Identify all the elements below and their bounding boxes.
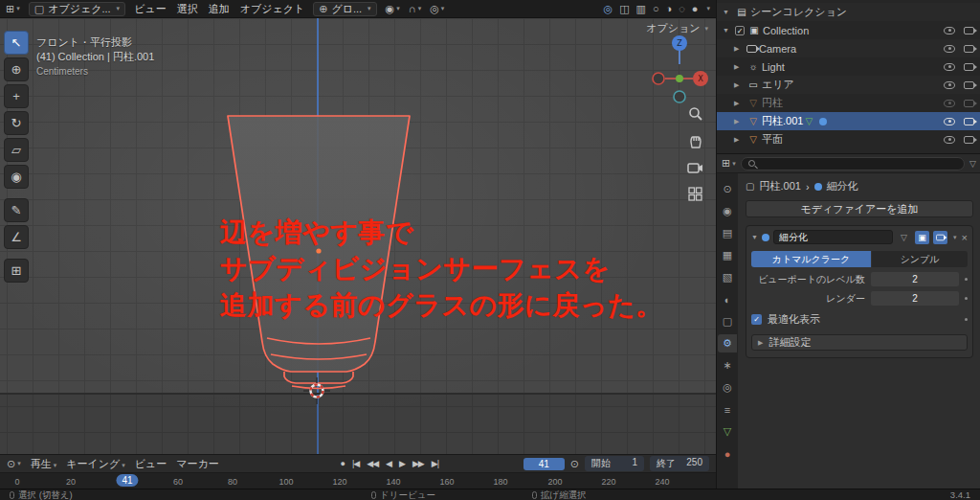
tab-tool[interactable]: ⊙ — [718, 180, 737, 198]
disable-render-icon[interactable] — [964, 63, 974, 71]
advanced-subpanel-header[interactable]: ▶ 詳細設定 — [751, 334, 968, 351]
snap-magnet-icon[interactable]: ∩▾ — [409, 3, 421, 14]
current-frame-field[interactable]: 41 — [523, 458, 565, 470]
hide-eye-icon[interactable] — [944, 118, 955, 125]
filter-funnel-icon[interactable]: ▽ — [969, 159, 976, 169]
edit-mode-display-toggle[interactable]: ▽ — [897, 231, 911, 244]
xray-toggle-icon[interactable]: ▥ — [636, 3, 646, 15]
proportional-editing-icon[interactable]: ◎▾ — [430, 3, 444, 15]
render-display-toggle[interactable] — [933, 231, 947, 244]
tab-physics[interactable]: ◎ — [718, 378, 737, 397]
tab-material[interactable]: ● — [718, 444, 737, 463]
hide-eye-icon[interactable] — [944, 100, 955, 107]
outliner-row-plane[interactable]: ▶ ▽ 平面 — [717, 130, 980, 148]
add-cube-tool-button[interactable]: ⊞ — [4, 259, 29, 283]
hide-eye-icon[interactable] — [944, 27, 955, 34]
outliner-row-collection[interactable]: ▼ ✓ ▣ Collection — [717, 21, 980, 39]
disable-render-icon[interactable] — [964, 81, 974, 89]
properties-editor-icon[interactable]: ⊞▾ — [722, 157, 736, 170]
auto-key-button[interactable]: ● — [341, 459, 345, 468]
hide-eye-icon[interactable] — [944, 136, 955, 144]
disclosure-icon[interactable]: ▼ — [723, 9, 735, 15]
frame-end-field[interactable]: 終了250 — [650, 456, 709, 471]
shading-solid-icon[interactable]: ◑ — [666, 3, 673, 14]
hide-eye-icon[interactable] — [944, 63, 955, 71]
catmull-clark-button[interactable]: カトマルクラーク — [751, 251, 871, 267]
animate-dot[interactable] — [965, 278, 968, 281]
realtime-display-toggle[interactable]: ▣ — [915, 231, 929, 244]
show-overlays-icon[interactable]: ◫ — [619, 3, 629, 15]
outliner-row-light[interactable]: ▶ ☼ Light — [717, 57, 980, 76]
properties-search[interactable] — [741, 157, 965, 170]
pivot-point-dropdown[interactable]: ◉▾ — [386, 3, 400, 15]
cursor-tool-button[interactable]: ⊕ — [4, 57, 29, 81]
shading-material-icon[interactable]: ◌ — [679, 3, 685, 14]
disclosure-icon[interactable]: ▶ — [734, 45, 746, 53]
disclosure-icon[interactable]: ▶ — [734, 136, 746, 144]
keying-menu[interactable]: キーイング▾ — [66, 457, 125, 471]
outliner-row-scene-collection[interactable]: ▼ ▤ シーンコレクション — [717, 3, 980, 21]
prev-keyframe-button[interactable]: ◀◀ — [367, 459, 378, 468]
timeline-editor-icon[interactable]: ⊙▾ — [7, 458, 21, 470]
breadcrumb-object[interactable]: 円柱.001 — [759, 179, 800, 193]
disable-render-icon[interactable] — [964, 27, 974, 34]
tab-object[interactable]: ▢ — [718, 312, 737, 330]
navigation-gizmo[interactable]: Z X — [649, 34, 710, 104]
scale-tool-button[interactable]: ▱ — [4, 138, 29, 162]
tab-output[interactable]: ▤ — [718, 224, 737, 242]
disable-render-icon[interactable] — [964, 118, 974, 125]
animate-dot[interactable] — [965, 297, 968, 300]
breadcrumb-modifier[interactable]: 細分化 — [827, 179, 858, 193]
disable-render-icon[interactable] — [964, 136, 974, 144]
menu-object[interactable]: オブジェクト — [240, 2, 305, 16]
simple-button[interactable]: シンプル — [872, 251, 968, 267]
disclosure-icon[interactable]: ▶ — [734, 63, 746, 71]
menu-view[interactable]: ビュー — [134, 2, 167, 16]
disable-render-icon[interactable] — [964, 100, 974, 107]
play-button[interactable]: ▶ — [399, 459, 405, 468]
menu-select[interactable]: 選択 — [177, 2, 198, 16]
menu-add[interactable]: 追加 — [209, 2, 230, 16]
playhead-badge[interactable]: 41 — [116, 474, 138, 487]
tab-modifiers[interactable]: ⚙ — [718, 334, 737, 352]
tab-world[interactable]: ◐ — [718, 290, 737, 308]
optimal-display-checkbox[interactable]: ✓ — [751, 314, 762, 325]
select-box-tool-button[interactable]: ↖ — [4, 31, 29, 55]
disclosure-icon[interactable]: ▶ — [734, 118, 746, 125]
disable-render-icon[interactable] — [964, 45, 974, 53]
collection-exclude-checkbox[interactable]: ✓ — [735, 26, 745, 35]
editor-type-icon[interactable]: ⊞▾ — [6, 3, 20, 15]
panel-expand-icon[interactable]: ▼ — [751, 234, 758, 240]
outliner-row-camera[interactable]: ▶ Camera — [717, 39, 980, 57]
tab-scene[interactable]: ▧ — [718, 268, 737, 286]
modifier-extras-icon[interactable]: ▾ — [953, 234, 957, 241]
jump-end-button[interactable]: ▶| — [432, 459, 438, 468]
animate-dot[interactable] — [965, 318, 968, 321]
disclosure-icon[interactable]: ▶ — [734, 81, 746, 89]
modifier-name-input[interactable] — [773, 230, 893, 244]
add-modifier-button[interactable]: モディファイアーを追加 — [746, 200, 973, 217]
tab-object-data[interactable]: ▽ — [718, 422, 737, 441]
tab-view-layer[interactable]: ▦ — [718, 246, 737, 264]
outliner-row-area[interactable]: ▶ ▭ エリア — [717, 76, 980, 94]
outliner-row-cylinder[interactable]: ▶ ▽ 円柱 — [717, 94, 980, 112]
mode-dropdown[interactable]: ▢ オブジェク... ▾ — [29, 2, 125, 16]
timeline-menu-marker[interactable]: マーカー — [176, 457, 219, 471]
play-reverse-button[interactable]: ◀ — [386, 459, 391, 468]
annotate-tool-button[interactable]: ✎ — [4, 198, 29, 222]
camera-view-icon[interactable] — [687, 162, 703, 174]
tab-render[interactable]: ◉ — [718, 202, 737, 220]
tab-particles[interactable]: ∗ — [718, 356, 737, 375]
tab-constraints[interactable]: ≡ — [718, 400, 737, 419]
hide-eye-icon[interactable] — [944, 81, 955, 89]
transform-tool-button[interactable]: ◉ — [4, 165, 29, 189]
transform-orientation-dropdown[interactable]: ⊕ グロ... ▾ — [313, 2, 376, 16]
shading-rendered-icon[interactable]: ● — [692, 3, 699, 14]
properties-search-input[interactable] — [760, 157, 957, 170]
3d-viewport[interactable]: フロント・平行投影 (41) Collection | 円柱.001 Centi… — [0, 18, 716, 454]
disclosure-icon[interactable]: ▶ — [734, 100, 746, 107]
remove-modifier-icon[interactable]: × — [962, 232, 968, 243]
playback-menu[interactable]: 再生▾ — [31, 457, 57, 471]
frame-start-field[interactable]: 開始1 — [585, 456, 644, 471]
disclosure-icon[interactable]: ▼ — [723, 27, 735, 34]
